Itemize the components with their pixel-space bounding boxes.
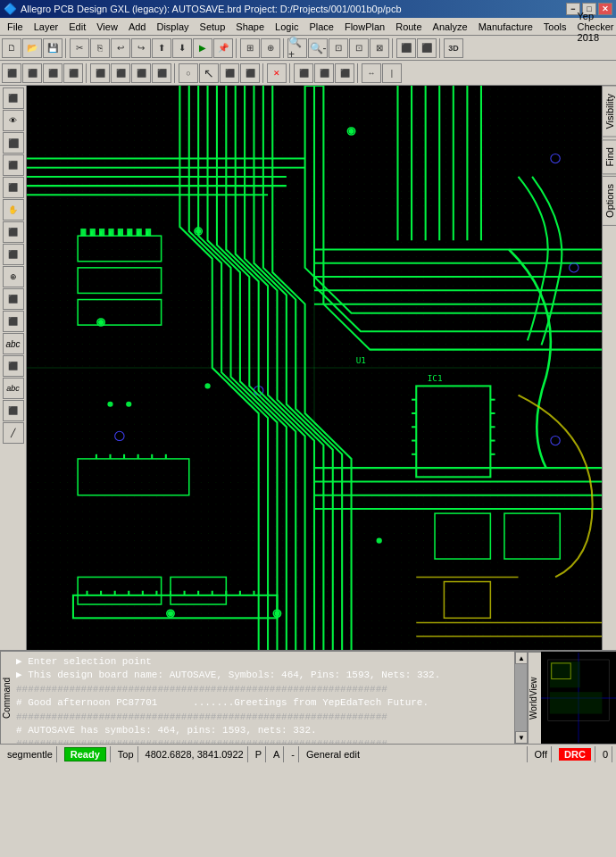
sep10: [357, 63, 359, 83]
tb2-9[interactable]: ○: [179, 63, 198, 83]
tb-undo[interactable]: ↩: [111, 38, 130, 58]
menu-logic[interactable]: Logic: [270, 20, 304, 34]
lt-zoom[interactable]: ⬛: [3, 154, 24, 176]
svg-rect-93: [90, 229, 96, 236]
tab-visibility[interactable]: Visibility: [602, 86, 617, 137]
tb-copy[interactable]: ⎘: [90, 38, 110, 58]
menu-route[interactable]: Route: [390, 20, 427, 34]
lt-text[interactable]: abc: [3, 333, 24, 354]
lt-arrow[interactable]: ⬛: [3, 355, 24, 377]
svg-point-101: [126, 402, 131, 407]
status-segment-label: segmentle: [7, 749, 53, 760]
console-line-5: ########################################…: [16, 711, 511, 724]
scroll-up-btn[interactable]: ▲: [515, 652, 528, 664]
pcb-canvas[interactable]: U1 IC1 1 2: [27, 86, 602, 650]
tb-3d[interactable]: 3D: [444, 38, 463, 58]
lt-via[interactable]: ⊕: [3, 266, 24, 287]
tb-pin[interactable]: 📌: [213, 38, 233, 58]
tb2-6[interactable]: ⬛: [111, 63, 130, 83]
lt-extra[interactable]: ⬛: [3, 400, 24, 421]
tb-zoom-fit[interactable]: ⊡: [329, 38, 348, 58]
scroll-down-btn[interactable]: ▼: [515, 731, 528, 744]
menu-manufacture[interactable]: Manufacture: [473, 20, 538, 34]
tb2-7[interactable]: ⬛: [131, 63, 151, 83]
tab-options[interactable]: Options: [602, 176, 617, 226]
tb2-8[interactable]: ⬛: [152, 63, 171, 83]
lt-pan[interactable]: ✋: [3, 199, 24, 220]
console-scrollbar[interactable]: ▲ ▼: [514, 652, 527, 744]
tb2-14[interactable]: ⬛: [314, 63, 334, 83]
lt-layers[interactable]: ⬛: [3, 87, 24, 109]
sep9: [289, 63, 291, 83]
lt-shape[interactable]: ⬛: [3, 311, 24, 332]
menu-layer[interactable]: Layer: [29, 20, 64, 34]
menu-add[interactable]: Add: [123, 20, 152, 34]
lt-visibility[interactable]: 👁: [3, 110, 24, 131]
lt-line2[interactable]: ╱: [3, 422, 24, 444]
tb2-4[interactable]: ⬛: [63, 63, 83, 83]
console-line-3: ########################################…: [16, 683, 511, 696]
tab-find[interactable]: Find: [602, 139, 617, 174]
tb2-13[interactable]: ⬛: [294, 63, 313, 83]
svg-point-46: [169, 612, 172, 615]
tb-zoom-sel[interactable]: ⊡: [349, 38, 369, 58]
menu-view[interactable]: View: [91, 20, 123, 34]
tb-zoom-out[interactable]: 🔍-: [308, 38, 328, 58]
svg-rect-92: [80, 229, 86, 236]
tb2-3[interactable]: ⬛: [43, 63, 62, 83]
lt-select[interactable]: ⬛: [3, 132, 24, 154]
menu-tools[interactable]: Tools: [538, 20, 572, 34]
status-aflag: A: [270, 746, 284, 762]
console-wrapper: Command ▶ Enter selection point ▶ This d…: [0, 650, 616, 744]
worldview-canvas[interactable]: [541, 652, 616, 744]
svg-rect-94: [99, 229, 104, 236]
lt-measure[interactable]: ⬛: [3, 177, 24, 198]
tb-new[interactable]: 🗋: [2, 38, 21, 58]
tb2-16[interactable]: ↔: [362, 63, 381, 83]
menu-shape[interactable]: Shape: [230, 20, 270, 34]
tb-grid[interactable]: ⊞: [240, 38, 260, 58]
status-mode: General edit: [303, 746, 528, 762]
tb2-11[interactable]: ⬛: [240, 63, 260, 83]
tb-zoom-prev[interactable]: ⊠: [370, 38, 389, 58]
tb2-12[interactable]: ✕: [267, 63, 287, 83]
right-panel: Visibility Find Options: [602, 86, 616, 650]
tb2-1[interactable]: ⬛: [2, 63, 21, 83]
tb-zoom-in[interactable]: 🔍+: [287, 38, 307, 58]
tb-open[interactable]: 📂: [22, 38, 42, 58]
svg-point-44: [99, 320, 103, 324]
tb-save[interactable]: 💾: [43, 38, 62, 58]
lt-add[interactable]: ⬛: [3, 244, 24, 265]
menu-edit[interactable]: Edit: [63, 20, 91, 34]
tb2-15[interactable]: ⬛: [335, 63, 354, 83]
drc-indicator: DRC: [559, 748, 591, 761]
sep6: [86, 63, 87, 83]
scroll-track[interactable]: [515, 664, 527, 731]
tb2-10[interactable]: ⬛: [220, 63, 239, 83]
tb-down[interactable]: ⬇: [172, 38, 192, 58]
menu-setup[interactable]: Setup: [195, 20, 231, 34]
lt-line[interactable]: abc: [3, 378, 24, 399]
tb2-5[interactable]: ⬛: [90, 63, 110, 83]
menu-flowplan[interactable]: FlowPlan: [339, 20, 390, 34]
menu-place[interactable]: Place: [304, 20, 339, 34]
tb2-sel[interactable]: ↖: [199, 63, 219, 83]
ready-indicator: Ready: [64, 747, 106, 761]
tb2-2[interactable]: ⬛: [22, 63, 42, 83]
menu-analyze[interactable]: Analyze: [428, 20, 473, 34]
tb-run[interactable]: ▶: [193, 38, 212, 58]
tb-redo[interactable]: ↪: [131, 38, 151, 58]
tb-snap[interactable]: ⊕: [261, 38, 280, 58]
menu-file[interactable]: File: [2, 20, 29, 34]
tb-cut[interactable]: ✂: [70, 38, 89, 58]
tb-layers2[interactable]: ⬛: [417, 38, 437, 58]
lt-diff[interactable]: ⬛: [3, 288, 24, 310]
console-line-1: ▶ Enter selection point: [16, 655, 511, 669]
lt-route[interactable]: ⬛: [3, 221, 24, 243]
menu-yep-checker[interactable]: Yep Checker 2018: [572, 9, 616, 45]
menu-display[interactable]: Display: [151, 20, 194, 34]
tb-layers1[interactable]: ⬛: [396, 38, 416, 58]
tb-up[interactable]: ⬆: [152, 38, 171, 58]
off-label: Off: [535, 749, 547, 760]
tb2-17[interactable]: |: [382, 63, 402, 83]
